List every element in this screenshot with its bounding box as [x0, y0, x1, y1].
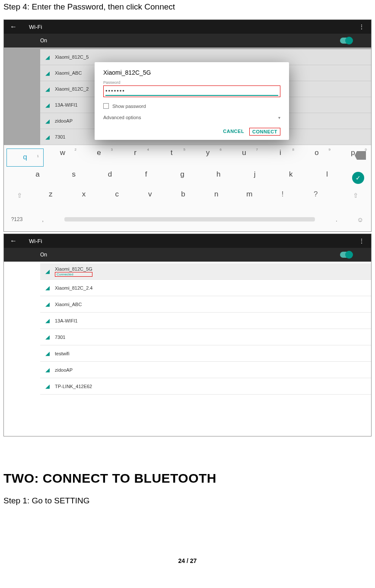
network-name: TP-LINK_412E62 [55, 384, 92, 389]
wifi-on-label: On [40, 252, 47, 258]
onscreen-keyboard: q1w2e3r4t5y6u7i8o9p0 asdfghjkl ✓ ⇧ zxcvb… [4, 145, 371, 231]
key-n[interactable]: n [200, 190, 233, 207]
key-t[interactable]: t5 [153, 149, 190, 167]
period-key[interactable]: . [324, 216, 350, 223]
key-?[interactable]: ? [299, 190, 332, 207]
key-b[interactable]: b [167, 190, 200, 207]
back-icon[interactable]: ← [10, 237, 17, 245]
section-two-heading: TWO: CONNECT TO BLUETOOTH [3, 471, 372, 486]
wifi-signal-icon: ◢ [40, 134, 55, 140]
enter-key[interactable]: ✓ [352, 172, 364, 184]
wifi-signal-icon: ◢ [40, 70, 55, 76]
key-v[interactable]: v [133, 190, 167, 207]
wifi-signal-icon: ◢ [40, 350, 55, 357]
shift-key-icon[interactable]: ⇧ [13, 192, 25, 203]
list-item[interactable]: ◢Xiaomi_ABC [40, 296, 371, 313]
key-w[interactable]: w2 [44, 149, 81, 167]
key-g[interactable]: g [164, 170, 200, 187]
wifi-settings-header: ← Wi-Fi ⋮ [4, 234, 371, 248]
connected-status: Connected [55, 272, 92, 277]
list-item[interactable]: ◢7301 [40, 329, 371, 345]
wifi-on-row: On [4, 248, 371, 262]
key-u[interactable]: u7 [226, 149, 262, 167]
wifi-signal-icon: ◢ [40, 367, 55, 373]
key-c[interactable]: c [100, 190, 133, 207]
wifi-signal-icon: ◢ [40, 383, 55, 389]
network-name: zidooAP [55, 367, 73, 373]
wifi-signal-icon: ◢ [40, 118, 55, 124]
key-f[interactable]: f [128, 170, 164, 187]
key-k[interactable]: k [273, 170, 309, 187]
wifi-signal-icon: ◢ [40, 301, 55, 307]
password-label: Password [103, 80, 280, 85]
spacebar-key[interactable] [64, 217, 315, 221]
wifi-signal-icon: ◢ [40, 54, 55, 60]
network-name: 7301 [55, 335, 65, 340]
network-name: 13A-WIFI1 [55, 318, 78, 323]
step1-heading: Step 1: Go to SETTING [3, 496, 372, 506]
shift-key-icon[interactable]: ⇧ [350, 192, 362, 203]
key-x[interactable]: x [67, 190, 101, 207]
screenshot-wifi-connected: ← Wi-Fi ⋮ On ◢Xiaomi_812C_5GConnected◢Xi… [3, 234, 372, 436]
key-z[interactable]: z [34, 190, 67, 207]
key-i[interactable]: i8 [262, 149, 299, 167]
network-name: testwifi [55, 351, 70, 356]
show-password-label: Show password [112, 104, 146, 109]
screenshot-password-dialog: ← Wi-Fi ⋮ On ◢Xiaomi_812C_5 ◢Xiaomi_ABC … [3, 19, 372, 232]
key-r[interactable]: r4 [117, 149, 153, 167]
cancel-button[interactable]: CANCEL [220, 128, 247, 136]
password-input[interactable] [105, 87, 278, 96]
key-d[interactable]: d [92, 170, 128, 187]
key-s[interactable]: s [56, 170, 92, 187]
key-e[interactable]: e3 [81, 149, 117, 167]
wifi-toggle[interactable] [340, 252, 352, 258]
header-title: Wi-Fi [29, 24, 42, 30]
key-m[interactable]: m [233, 190, 266, 207]
wifi-signal-icon: ◢ [40, 102, 55, 108]
key-j[interactable]: j [237, 170, 273, 187]
list-item[interactable]: ◢testwifi [40, 345, 371, 362]
wifi-on-label: On [40, 38, 47, 44]
page-footer: 24 / 27 [3, 557, 372, 564]
password-highlight-box [103, 85, 280, 97]
comma-key[interactable]: , [30, 216, 56, 223]
connect-button[interactable]: CONNECT [249, 128, 280, 136]
list-item[interactable]: ◢Xiaomi_812C_2.4 [40, 280, 371, 296]
dialog-title: Xiaomi_812C_5G [103, 69, 280, 76]
back-icon[interactable]: ← [10, 23, 17, 31]
key-o[interactable]: o9 [299, 149, 335, 167]
network-name: Xiaomi_812C_5G [55, 266, 92, 272]
network-name: Xiaomi_ABC [55, 302, 82, 307]
wifi-settings-header: ← Wi-Fi ⋮ [4, 20, 371, 34]
key-a[interactable]: a [19, 170, 56, 187]
wifi-toggle[interactable] [340, 38, 352, 44]
key-q[interactable]: q1 [6, 149, 44, 167]
network-name: Xiaomi_812C_2.4 [55, 285, 92, 291]
list-item[interactable]: ◢13A-WIFI1 [40, 313, 371, 329]
header-title: Wi-Fi [29, 238, 42, 244]
show-password-checkbox[interactable] [103, 103, 109, 109]
chevron-down-icon: ▾ [278, 115, 280, 120]
overflow-menu-icon[interactable]: ⋮ [359, 23, 365, 30]
step4-heading: Step 4: Enter the Password, then click C… [3, 2, 372, 12]
wifi-on-row: On [4, 34, 371, 47]
key-y[interactable]: y6 [190, 149, 226, 167]
wifi-signal-icon: ◢ [40, 86, 55, 92]
symbols-key[interactable]: ?123 [4, 216, 30, 222]
backspace-key[interactable] [355, 151, 366, 160]
wifi-signal-icon: ◢ [40, 285, 55, 291]
advanced-options-row[interactable]: Advanced options ▾ [103, 115, 280, 120]
list-item[interactable]: ◢Xiaomi_812C_5GConnected [40, 263, 371, 280]
list-item[interactable]: ◢TP-LINK_412E62 [40, 378, 371, 395]
emoji-key-icon[interactable]: ☺ [350, 216, 371, 223]
wifi-signal-icon: ◢ [40, 317, 55, 324]
list-item[interactable]: ◢zidooAP [40, 362, 371, 378]
wifi-signal-icon: ◢ [40, 334, 55, 340]
key-h[interactable]: h [200, 170, 237, 187]
wifi-password-dialog: Xiaomi_812C_5G Password Show password Ad… [95, 62, 289, 140]
wifi-signal-icon: ◢ [40, 268, 55, 275]
key-![interactable]: ! [266, 190, 299, 207]
network-list: ◢Xiaomi_812C_5GConnected◢Xiaomi_812C_2.4… [4, 262, 371, 395]
overflow-menu-icon[interactable]: ⋮ [359, 237, 365, 244]
key-l[interactable]: l [309, 170, 345, 187]
